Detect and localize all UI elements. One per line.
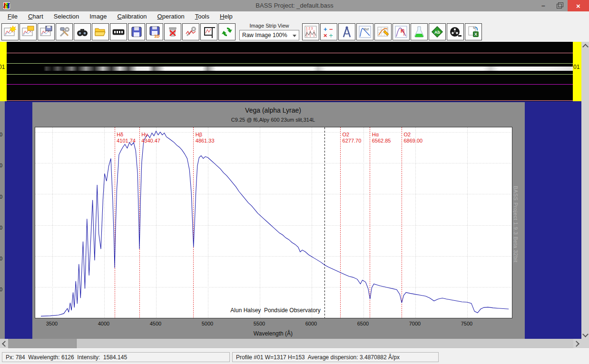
compass-icon [341,26,353,38]
scroll-up-button[interactable] [581,42,589,49]
scrollbar-corner [581,339,589,348]
x-tick-label: 6500 [353,321,373,326]
menu-item-calibration[interactable]: Calibration [112,11,152,22]
export-excel-icon: X [467,26,480,38]
export-excel-button[interactable]: X [465,23,482,40]
math-operations-button[interactable]: +−×÷ [320,23,337,40]
flask-button[interactable] [411,23,428,40]
window-title: BASS Project: _default.bass [0,0,589,11]
refresh-button[interactable] [218,23,236,40]
strip-guide-line [7,74,573,75]
chart-title: Vega (alpha Lyrae) [35,106,511,114]
save-project-button[interactable] [38,23,55,40]
partial-y-axis-label: 00 [0,225,5,230]
calibrate-lines-icon: 1 2 3 [304,26,317,38]
binoculars-icon [76,26,88,38]
instrument-response-button[interactable]: K [393,23,410,40]
settings-button[interactable] [56,23,73,40]
reference-curve-button[interactable]: Ref [356,23,373,40]
svg-text:X: X [474,32,477,37]
image-strip-viewport[interactable]: 01 01 [0,42,581,101]
vertical-scrollbar[interactable] [581,42,589,339]
element-label-button[interactable]: Ab [429,23,446,40]
save-1d-icon: 1D [148,26,161,38]
x-tick-label: 4000 [93,321,114,326]
chart-subtitle: C9.25 @ f6,Alpy 600 23um slit,314L [35,117,511,123]
strip-view-box: Image Strip View Raw Image 100% [238,22,301,40]
spectral-line-label-hβ: Hβ4861.33 [196,132,215,144]
mdi-workspace: 0000000000000 Vega (alpha Lyrae) C9.25 @… [0,101,581,339]
image-stack-button[interactable] [110,23,127,40]
x-tick-label: 6000 [301,321,322,326]
save-button[interactable] [128,23,145,40]
reference-curve-icon: Ref [359,26,371,38]
spectral-line-label-o2: O26869.00 [403,132,422,144]
menu-item-image[interactable]: Image [84,11,112,22]
horizontal-scroll-thumb[interactable] [76,339,573,348]
x-tick-label: 5500 [249,321,270,326]
scroll-down-button[interactable] [581,331,589,339]
menu-item-operation[interactable]: Operation [152,11,190,22]
spectral-line-label-hγ: Hγ4340.47 [141,132,160,144]
strip-guide-line [7,84,573,85]
scroll-left-button[interactable] [0,339,8,348]
bass-application-window: BASS Project: _default.bass – × FileChar… [0,0,589,364]
svg-text:1 2 3: 1 2 3 [306,27,313,30]
save-1d-button[interactable]: 1D [146,23,163,40]
x-tick-label: 7000 [404,321,425,326]
strip-guide-line [7,100,573,101]
strip-view-value: Raw Image 100% [242,32,287,38]
instrument-response-icon: K [395,26,407,38]
menu-item-selection[interactable]: Selection [49,11,84,22]
chevron-up-icon [582,44,589,50]
profile-status-panel: Profile #01 W=1317 H=153 Average dispers… [232,352,439,362]
scroll-right-button[interactable] [573,339,581,348]
partial-y-axis-label: 00 [0,194,5,200]
svg-text:×: × [324,32,327,38]
curve-fit-icon [377,26,389,38]
image-stack-icon [112,26,125,38]
menu-item-chart[interactable]: Chart [23,11,49,22]
curve-fit-button[interactable] [374,23,392,40]
restore-button[interactable] [551,0,567,11]
strip-view-combobox[interactable]: Raw Image 100% [239,30,299,40]
repair-button[interactable] [182,23,199,40]
binoculars-button[interactable] [74,23,91,40]
spectrum-strip-image [7,67,573,71]
image-strip-view-label: Image Strip View [250,22,289,29]
open-file-icon [94,26,107,38]
x-tick-label: 4500 [145,321,166,326]
spectral-line-label-hα: Hα6562.85 [372,132,391,144]
menu-bar: FileChartSelectionImageCalibrationOperat… [0,11,589,22]
strip-right-label: 01 [573,64,579,70]
strip-right-rail [573,42,581,101]
observer-credit: Alun Halsey Pondside Observatory [197,307,354,314]
minimize-button[interactable]: – [536,0,551,11]
menu-item-help[interactable]: Help [215,11,238,22]
delete-button[interactable] [164,23,181,40]
horizontal-scrollbar[interactable] [0,339,581,348]
partial-y-axis-label: 00 [0,132,5,137]
new-project-button[interactable] [1,23,19,40]
strip-left-rail: 01 [0,42,7,101]
partial-y-axis-label: 00 [0,163,5,168]
open-file-button[interactable] [92,23,109,40]
crop-profile-button[interactable] [200,23,217,40]
crop-profile-icon [203,26,215,38]
version-watermark: BASS Project 1.9.3 Beta 32bit [513,186,519,262]
menu-item-file[interactable]: File [2,11,23,22]
menu-item-tools[interactable]: Tools [190,11,215,22]
title-bar: BASS Project: _default.bass – × [0,0,589,11]
spectral-line-label-o2: O26277.70 [343,132,362,144]
chevron-down-icon [582,331,589,337]
film-reel-button[interactable] [447,23,464,40]
compass-button[interactable] [338,23,355,40]
partial-y-axis-label: 00 [0,287,5,292]
x-tick-label: 5000 [197,321,218,326]
close-button[interactable]: × [568,0,589,11]
open-project-button[interactable] [20,23,37,40]
spectrum-plot-area[interactable]: Alun Halsey Pondside Observatory Hδ4101.… [35,127,512,318]
calibrate-lines-button[interactable]: 1 2 3 [302,23,319,40]
partial-y-axis-label: 0 [0,314,5,319]
element-label-icon: Ab [431,26,443,38]
